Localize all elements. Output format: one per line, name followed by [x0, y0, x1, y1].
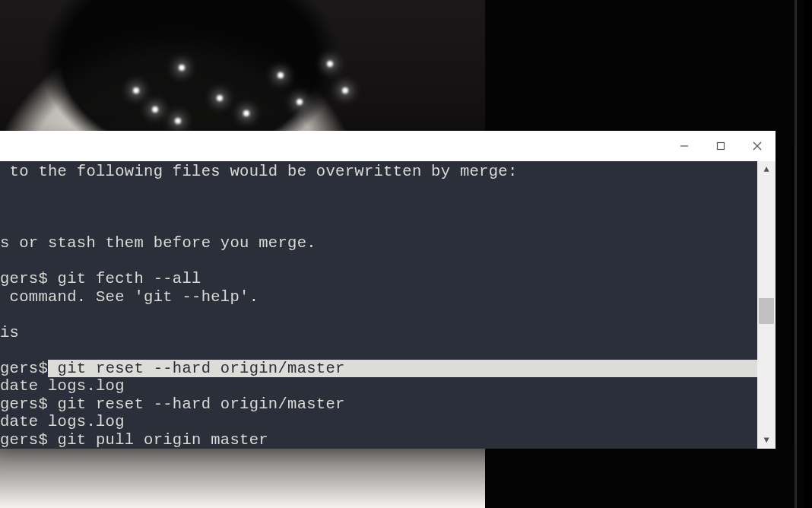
chevron-down-icon: ▼	[763, 435, 769, 446]
wallpaper-lights	[30, 15, 395, 137]
terminal-line	[0, 217, 757, 235]
scroll-up-button[interactable]: ▲	[757, 161, 776, 178]
svg-rect-1	[718, 143, 725, 150]
terminal-line	[0, 198, 757, 217]
minimize-button[interactable]	[666, 131, 703, 161]
terminal-line: to the following files would be overwrit…	[0, 163, 757, 181]
scrollbar-track[interactable]	[757, 178, 776, 432]
terminal-line: date logs.log	[0, 413, 757, 431]
terminal-line: gers$ git fecth --all	[0, 270, 757, 288]
maximize-icon	[716, 141, 725, 151]
scroll-down-button[interactable]: ▼	[757, 432, 776, 449]
terminal-output[interactable]: to the following files would be overwrit…	[0, 161, 757, 449]
terminal-line	[0, 306, 757, 324]
terminal-line: gers$ git pull origin master	[0, 431, 757, 449]
terminal-line	[0, 252, 757, 271]
terminal-line: s or stash them before you merge.	[0, 234, 757, 252]
terminal-line: gers$ git reset --hard origin/master	[0, 360, 757, 378]
scrollbar[interactable]: ▲ ▼	[757, 161, 776, 449]
close-icon	[753, 141, 762, 151]
terminal-line: is	[0, 324, 757, 342]
close-button[interactable]	[739, 131, 776, 161]
window-titlebar[interactable]	[0, 131, 776, 161]
terminal-window: to the following files would be overwrit…	[0, 131, 776, 449]
terminal-line: date logs.log	[0, 377, 757, 395]
terminal-body: to the following files would be overwrit…	[0, 161, 776, 449]
terminal-line	[0, 181, 757, 199]
chevron-up-icon: ▲	[763, 164, 769, 175]
maximize-button[interactable]	[703, 131, 739, 161]
scrollbar-thumb[interactable]	[759, 298, 774, 324]
terminal-line	[0, 341, 757, 360]
terminal-line: gers$ git reset --hard origin/master	[0, 395, 757, 414]
terminal-line: command. See 'git --help'.	[0, 288, 757, 306]
minimize-icon	[680, 141, 689, 151]
